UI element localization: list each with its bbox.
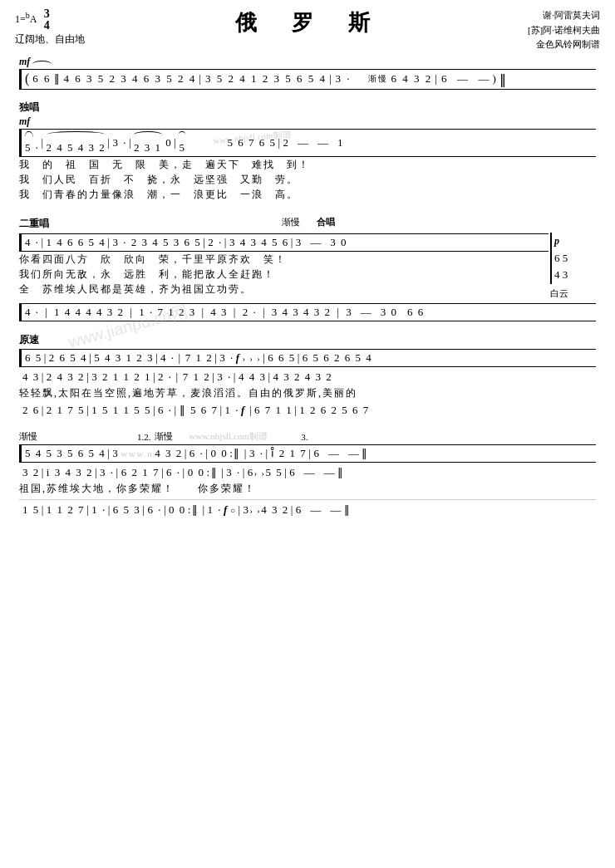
chorus-notes: p 6 5 4 3	[550, 233, 596, 284]
final-score-line-1: 5 4 5 3 5 6 5 4 | 3 www.n 4 3 2 | 6 · | …	[19, 444, 596, 463]
watermark-2: www.nbjsfl.com制谱	[189, 430, 268, 443]
normal-score-line-2: 4 3 | 2 4 3 2 | 3 2 1 1 2 1 | 2 · | 7 1 …	[19, 369, 596, 385]
composer: [苏]阿·诺维柯夫曲	[528, 23, 600, 38]
chorus-label: 合唱	[317, 216, 335, 228]
solo-score-line-1: 5 · | 2 4 5 4 3 2 | 3 · | 2 3 1 0 |	[19, 129, 596, 157]
repeat-marking: 1.2.	[137, 432, 151, 442]
page: 1=bA 3 4 辽阔地、自由地 俄 罗 斯 谢·阿雷莫夫词 [苏]阿·诺维柯夫…	[0, 0, 615, 868]
duet-lyrics-2: 我们所向无敌，永 远胜 利，能把敌人全赶跑！	[19, 267, 549, 282]
score-container: mf ( 6 6 ‖ 4 6 3 5 2 3 4 6 3 5 2 4 | 3 5…	[15, 54, 600, 518]
normal-score-line-1: 6 5 | 2 6 5 4 | 5 4 3 1 2 3 | 4 · | 7 1 …	[19, 349, 596, 367]
intro-score-line: ( 6 6 ‖ 4 6 3 5 2 3 4 6 3 5 2 4 | 3 5 2 …	[19, 69, 596, 90]
solo-label: 独唱	[19, 101, 39, 115]
header: 1=bA 3 4 辽阔地、自由地 俄 罗 斯 谢·阿雷莫夫词 [苏]阿·诺维柯夫…	[15, 8, 600, 52]
normal-score-line-3: 2 6 | 2 1 7 5 | 1 5 1 1 5 5 | 6 · | ‖ 5 …	[19, 402, 596, 419]
arranger: 金色风铃网制谱	[528, 37, 600, 52]
intro-section: mf ( 6 6 ‖ 4 6 3 5 2 3 4 6 3 5 2 4 | 3 5…	[19, 54, 596, 92]
final-gradual-slow: 渐慢	[19, 430, 37, 443]
dynamics-mf: mf	[19, 56, 30, 68]
white-cloud: 白云	[550, 287, 596, 300]
duet-section: 二重唱 渐慢 合唱 4 · | 1 4 6 6 5 4 | 3 · 2 3 4 …	[19, 213, 596, 321]
duet-score-container: 4 · | 1 4 6 6 5 4 | 3 · 2 3 4 5 3 6 5 | …	[19, 233, 596, 300]
lyrics-row-1c: 我 们青春的力量像浪 潮，一 浪更比 一浪 高。	[19, 188, 596, 202]
normal-lyrics-1: 轻轻飘,太阳在当空照,遍地芳草，麦浪滔滔。自由的俄罗斯,美丽的	[19, 386, 596, 400]
normal-speed-label: 原速	[19, 334, 39, 346]
lyrics-row-1b: 我 们人民 百折 不 挠，永 远坚强 又勤 劳。	[19, 173, 596, 187]
final-score-line-2: 3 2 | i 3 4 3 2 | 3 · | 6 2 1 7 | 6 · | …	[19, 464, 596, 481]
time-signature: 3 4	[44, 8, 50, 32]
duet-main: 4 · | 1 4 6 6 5 4 | 3 · 2 3 4 5 3 6 5 | …	[19, 233, 549, 300]
duet-lyrics-3: 全 苏维埃人民都是英雄，齐为祖国立功劳。	[19, 282, 549, 297]
normal-speed-section: 原速 6 5 | 2 6 5 4 | 5 4 3 1 2 3 | 4 · | 7…	[19, 333, 596, 419]
final-section: 渐慢 1.2. 渐慢 www.nbjsfl.com制谱 3. 5 4 5 3 5…	[19, 430, 596, 518]
title-area: 俄 罗 斯	[85, 8, 528, 37]
repeat-gradual-slow: 渐慢	[155, 430, 173, 443]
final-lyrics-1: 祖国,苏维埃大地，你多荣耀！ 你多荣耀！	[19, 482, 596, 496]
duet-score-line-2: 4 · | 1 4 4 4 4 3 2 | 1 · 7 1 2 3 | 4 3 …	[19, 303, 596, 321]
tempo-marking: 辽阔地、自由地	[15, 32, 85, 47]
duet-lyrics-1: 你看四面八方 欣 欣向 荣，千里平原齐欢 笑！	[19, 253, 549, 267]
solo-dynamics-mf: mf	[19, 115, 30, 128]
lyrics-row-1: 我 的 祖 国 无 限 美，走 遍天下 难找 到！	[19, 158, 596, 172]
chorus-bracket: p 6 5 4 3 白云	[550, 233, 596, 300]
duet-score-line-1: 4 · | 1 4 6 6 5 4 | 3 · 2 3 4 5 3 6 5 | …	[19, 233, 549, 252]
final-score-line-3: 1 5 | 1 1 2 7 | 1 · | 6 5 3 | 6 · | 0 0 …	[19, 499, 596, 518]
key-signature: 1=bA 3 4	[15, 8, 85, 32]
main-title: 俄 罗 斯	[85, 8, 528, 37]
header-left: 1=bA 3 4 辽阔地、自由地	[15, 8, 85, 47]
third-ending: 3.	[301, 432, 308, 442]
lyricist: 谢·阿雷莫夫词	[528, 8, 600, 23]
header-right: 谢·阿雷莫夫词 [苏]阿·诺维柯夫曲 金色风铃网制谱	[528, 8, 600, 52]
duet-label: 二重唱	[19, 217, 49, 231]
duet-gradual-slow: 渐慢	[282, 216, 300, 228]
solo-section: 独唱 mf 5 · | 2 4 5 4 3 2 | 3 · |	[19, 97, 596, 202]
